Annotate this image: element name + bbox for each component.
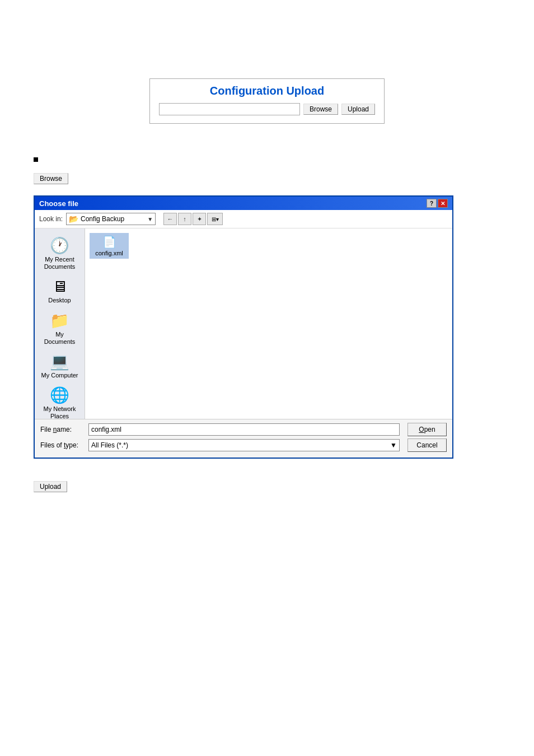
nav-new-folder-button[interactable]: ✦	[193, 213, 206, 225]
files-of-type-arrow: ▼	[390, 441, 397, 449]
file-name-input[interactable]	[88, 423, 400, 436]
files-of-type-row: Files of type: All Files (*.*) ▼ Cancel	[40, 438, 447, 452]
dialog-filelist[interactable]: 📄 config.xml	[85, 228, 452, 419]
sidebar-item-my-computer[interactable]: 💻 My Computer	[38, 350, 82, 381]
look-in-arrow: ▼	[147, 216, 153, 222]
my-documents-icon: 📁	[50, 311, 69, 330]
dialog-title: Choose file	[39, 199, 78, 208]
sidebar-label-my-network-places: My NetworkPlaces	[43, 405, 76, 420]
top-upload-button[interactable]: Upload	[341, 104, 375, 115]
dialog-toolbar: Look in: 📂 Config Backup ▼ ← ↑ ✦ ⊞▾	[35, 210, 452, 228]
config-upload-title: Configuration Upload	[159, 85, 375, 97]
cancel-button[interactable]: Cancel	[407, 438, 447, 452]
sidebar-item-my-documents[interactable]: 📁 My Documents	[38, 309, 82, 348]
look-in-value: Config Backup	[81, 215, 124, 223]
look-in-label: Look in:	[39, 215, 63, 223]
my-computer-icon: 💻	[50, 352, 69, 371]
dialog-bottom: File name: Open Files of type: All Files…	[35, 419, 452, 458]
dialog-close-button[interactable]: ✕	[438, 199, 448, 208]
file-dialog: Choose file ? ✕ Look in: 📂 Config Backup…	[34, 195, 453, 459]
my-network-places-icon: 🌐	[50, 386, 69, 404]
sidebar-item-desktop[interactable]: 🖥 Desktop	[38, 275, 82, 306]
desktop-icon: 🖥	[52, 277, 68, 296]
dialog-sidebar: 🕐 My RecentDocuments 🖥 Desktop 📁 My Docu…	[35, 228, 85, 419]
sidebar-label-my-computer: My Computer	[41, 372, 78, 379]
config-upload-row: Browse Upload	[159, 103, 375, 115]
sidebar-item-my-recent-documents[interactable]: 🕐 My RecentDocuments	[38, 234, 82, 273]
file-name-row: File name: Open	[40, 423, 447, 436]
dialog-titlebar-controls: ? ✕	[427, 199, 448, 208]
upload-button[interactable]: Upload	[34, 481, 67, 492]
dialog-help-button[interactable]: ?	[427, 199, 437, 208]
look-in-dropdown[interactable]: 📂 Config Backup ▼	[66, 213, 156, 225]
folder-icon: 📂	[69, 214, 78, 223]
bullet-icon	[34, 157, 38, 162]
browse-section: Browse	[34, 157, 534, 184]
files-of-type-value: All Files (*.*)	[91, 441, 128, 449]
config-upload-panel: Configuration Upload Browse Upload	[149, 78, 385, 124]
sidebar-label-my-documents: My Documents	[41, 331, 79, 346]
sidebar-label-my-recent-documents: My RecentDocuments	[44, 256, 76, 270]
config-xml-name: config.xml	[95, 250, 123, 256]
file-item-config-xml[interactable]: 📄 config.xml	[90, 233, 129, 259]
sidebar-item-my-network-places[interactable]: 🌐 My NetworkPlaces	[38, 384, 82, 422]
config-xml-icon: 📄	[102, 235, 116, 249]
config-file-input[interactable]	[159, 103, 300, 115]
top-browse-button[interactable]: Browse	[303, 104, 338, 115]
nav-up-button[interactable]: ↑	[178, 213, 191, 225]
files-of-type-dropdown[interactable]: All Files (*.*) ▼	[88, 439, 400, 451]
toolbar-nav-buttons: ← ↑ ✦ ⊞▾	[163, 213, 223, 225]
bullet-row	[34, 157, 534, 162]
file-name-label: File name:	[40, 426, 85, 433]
sidebar-label-desktop: Desktop	[48, 297, 71, 304]
dialog-main: 🕐 My RecentDocuments 🖥 Desktop 📁 My Docu…	[35, 228, 452, 419]
open-button[interactable]: Open	[407, 423, 447, 436]
my-recent-documents-icon: 🕐	[50, 236, 69, 255]
view-mode-button[interactable]: ⊞▾	[207, 213, 223, 225]
upload-section: Upload	[34, 481, 534, 492]
nav-back-button[interactable]: ←	[163, 213, 177, 225]
browse-button[interactable]: Browse	[34, 173, 68, 184]
dialog-titlebar: Choose file ? ✕	[35, 197, 452, 210]
files-of-type-label: Files of type:	[40, 441, 85, 449]
